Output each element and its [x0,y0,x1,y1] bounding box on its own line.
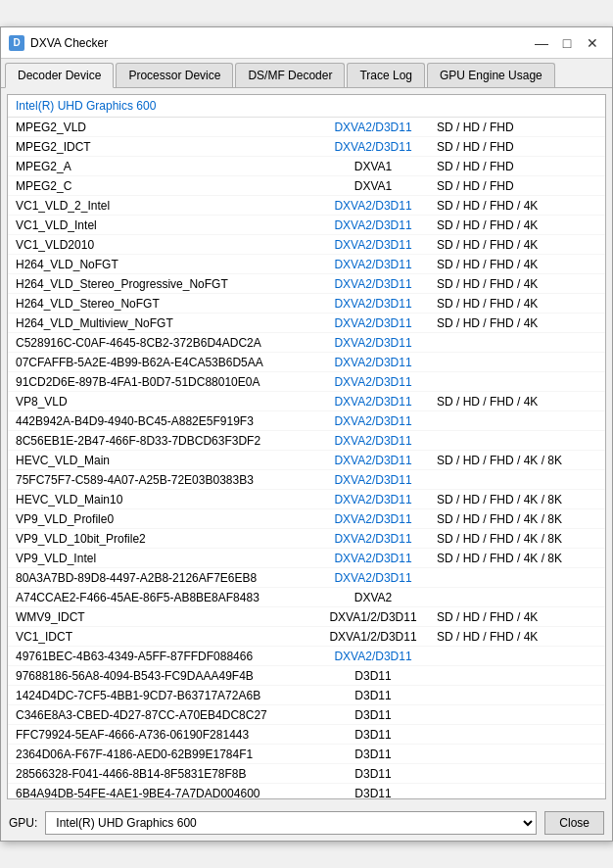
row-api: DXVA2 [309,591,437,604]
table-row: MPEG2_IDCTDXVA2/D3D11SD / HD / FHD [8,137,605,157]
table-row: H264_VLD_NoFGTDXVA2/D3D11SD / HD / FHD /… [8,255,605,274]
row-name: VP9_VLD_Profile0 [16,512,309,526]
row-api: DXVA2/D3D11 [309,493,437,506]
row-api: DXVA2/D3D11 [309,140,437,154]
row-resolution: SD / HD / FHD [437,140,597,154]
table-row: FFC79924-5EAF-4666-A736-06190F281443D3D1… [8,725,605,745]
row-resolution: SD / HD / FHD / 4K [437,258,597,271]
table-row: VC1_VLD2010DXVA2/D3D11SD / HD / FHD / 4K [8,235,605,255]
row-name: H264_VLD_NoFGT [16,258,309,271]
row-api: DXVA2/D3D11 [309,454,437,467]
row-name: 49761BEC-4B63-4349-A5FF-87FFDF088466 [16,650,309,663]
row-resolution: SD / HD / FHD / 4K [437,395,597,409]
data-panel[interactable]: Intel(R) UHD Graphics 600 MPEG2_VLDDXVA2… [7,94,606,799]
row-api: DXVA2/D3D11 [309,121,437,134]
table-row: 1424D4DC-7CF5-4BB1-9CD7-B63717A72A6BD3D1… [8,686,605,705]
row-api: DXVA2/D3D11 [309,316,437,330]
row-api: DXVA2/D3D11 [309,277,437,291]
row-name: WMV9_IDCT [16,610,309,624]
row-api: D3D11 [309,787,437,800]
row-name: 75FC75F7-C589-4A07-A25B-72E03B0383B3 [16,473,309,487]
table-row: VC1_VLD_IntelDXVA2/D3D11SD / HD / FHD / … [8,216,605,235]
row-resolution: SD / HD / FHD / 4K / 8K [437,532,597,546]
tab-processor-device[interactable]: Processor Device [116,63,233,87]
table-row: C346E8A3-CBED-4D27-87CC-A70EB4DC8C27D3D1… [8,705,605,725]
close-button-footer[interactable]: Close [544,811,604,835]
window-title: DXVA Checker [30,36,108,50]
row-api: DXVA2/D3D11 [309,434,437,448]
row-resolution: SD / HD / FHD / 4K [437,316,597,330]
title-bar: D DXVA Checker — □ ✕ [1,27,612,59]
table-row: 75FC75F7-C589-4A07-A25B-72E03B0383B3DXVA… [8,470,605,490]
table-row: 8C56EB1E-2B47-466F-8D33-7DBCD63F3DF2DXVA… [8,431,605,451]
row-api: D3D11 [309,708,437,722]
row-api: DXVA2/D3D11 [309,650,437,663]
table-row: 07CFAFFB-5A2E-4B99-B62A-E4CA53B6D5AADXVA… [8,353,605,372]
maximize-button[interactable]: □ [555,33,579,53]
table-row: 442B942A-B4D9-4940-BC45-A882E5F919F3DXVA… [8,411,605,431]
row-api: DXVA1/2/D3D11 [309,630,437,644]
row-api: DXVA2/D3D11 [309,414,437,428]
row-resolution: SD / HD / FHD / 4K [437,630,597,644]
tab-ds-mf-decoder[interactable]: DS/MF Decoder [235,63,345,87]
row-api: DXVA2/D3D11 [309,297,437,311]
row-resolution: SD / HD / FHD / 4K [437,297,597,311]
row-name: HEVC_VLD_Main [16,454,309,467]
table-row: MPEG2_VLDDXVA2/D3D11SD / HD / FHD [8,118,605,137]
row-api: DXVA2/D3D11 [309,336,437,350]
row-name: MPEG2_A [16,160,309,173]
row-api: DXVA2/D3D11 [309,356,437,369]
main-content: Intel(R) UHD Graphics 600 MPEG2_VLDDXVA2… [1,88,612,805]
app-icon: D [9,35,24,51]
row-name: HEVC_VLD_Main10 [16,493,309,506]
row-name: VC1_VLD2010 [16,238,309,252]
row-name: 91CD2D6E-897B-4FA1-B0D7-51DC88010E0A [16,375,309,389]
row-name: 8C56EB1E-2B47-466F-8D33-7DBCD63F3DF2 [16,434,309,448]
main-window: D DXVA Checker — □ ✕ Decoder Device Proc… [0,26,613,842]
row-api: DXVA2/D3D11 [309,473,437,487]
row-name: VP9_VLD_Intel [16,552,309,565]
row-resolution: SD / HD / FHD / 4K [437,238,597,252]
table-row: VP9_VLD_Profile0DXVA2/D3D11SD / HD / FHD… [8,509,605,529]
row-resolution: SD / HD / FHD / 4K / 8K [437,552,597,565]
table-row: HEVC_VLD_Main10DXVA2/D3D11SD / HD / FHD … [8,490,605,509]
row-name: H264_VLD_Stereo_NoFGT [16,297,309,311]
tab-gpu-engine-usage[interactable]: GPU Engine Usage [427,63,555,87]
table-container: MPEG2_VLDDXVA2/D3D11SD / HD / FHDMPEG2_I… [8,118,605,799]
tab-bar: Decoder Device Processor Device DS/MF De… [1,59,612,88]
row-resolution: SD / HD / FHD / 4K [437,218,597,232]
row-resolution: SD / HD / FHD [437,121,597,134]
row-api: D3D11 [309,747,437,761]
table-row: VP9_VLD_IntelDXVA2/D3D11SD / HD / FHD / … [8,549,605,568]
gpu-select[interactable]: Intel(R) UHD Graphics 600 [45,811,537,835]
row-name: 97688186-56A8-4094-B543-FC9DAAA49F4B [16,669,309,683]
table-row: VC1_VLD_2_IntelDXVA2/D3D11SD / HD / FHD … [8,196,605,216]
row-api: DXVA2/D3D11 [309,395,437,409]
row-name: FFC79924-5EAF-4666-A736-06190F281443 [16,728,309,742]
table-row: 49761BEC-4B63-4349-A5FF-87FFDF088466DXVA… [8,647,605,666]
row-name: 80A3A7BD-89D8-4497-A2B8-2126AF7E6EB8 [16,571,309,585]
row-name: MPEG2_C [16,179,309,193]
row-api: DXVA1 [309,179,437,193]
table-row: WMV9_IDCTDXVA1/2/D3D11SD / HD / FHD / 4K [8,607,605,627]
tab-decoder-device[interactable]: Decoder Device [5,63,114,88]
row-resolution: SD / HD / FHD / 4K [437,277,597,291]
footer: GPU: Intel(R) UHD Graphics 600 Close [1,805,612,841]
row-name: H264_VLD_Multiview_NoFGT [16,316,309,330]
row-name: H264_VLD_Stereo_Progressive_NoFGT [16,277,309,291]
row-api: D3D11 [309,669,437,683]
row-name: A74CCAE2-F466-45AE-86F5-AB8BE8AF8483 [16,591,309,604]
row-api: DXVA2/D3D11 [309,218,437,232]
table-row: VP9_VLD_10bit_Profile2DXVA2/D3D11SD / HD… [8,529,605,549]
minimize-button[interactable]: — [530,33,553,53]
row-api: DXVA2/D3D11 [309,375,437,389]
row-name: 07CFAFFB-5A2E-4B99-B62A-E4CA53B6D5AA [16,356,309,369]
table-row: 28566328-F041-4466-8B14-8F5831E78F8BD3D1… [8,764,605,784]
row-name: 442B942A-B4D9-4940-BC45-A882E5F919F3 [16,414,309,428]
row-api: DXVA2/D3D11 [309,512,437,526]
close-button[interactable]: ✕ [581,33,604,53]
tab-trace-log[interactable]: Trace Log [347,63,425,87]
title-bar-left: D DXVA Checker [9,35,108,51]
table-row: HEVC_VLD_MainDXVA2/D3D11SD / HD / FHD / … [8,451,605,470]
row-api: DXVA1/2/D3D11 [309,610,437,624]
